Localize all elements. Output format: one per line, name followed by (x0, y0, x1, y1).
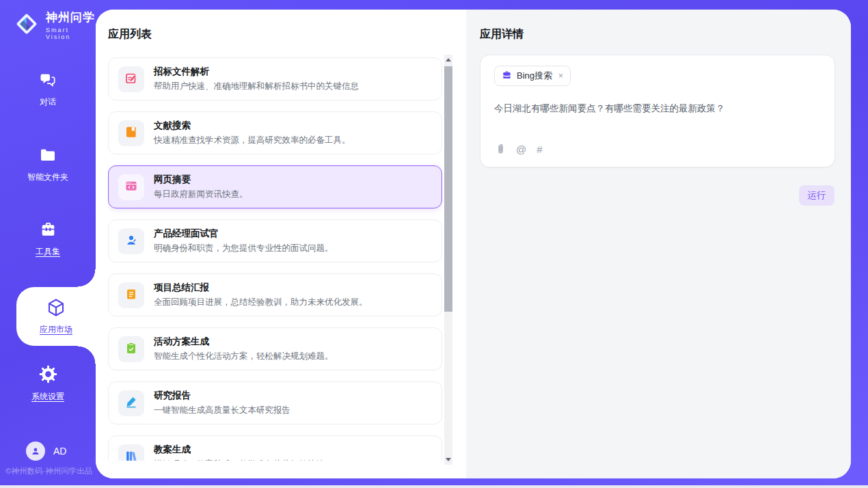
ink-pen-icon (124, 395, 138, 411)
app-card-description: 智能生成个性化活动方案，轻松解决规划难题。 (154, 351, 334, 362)
copyright-footer: ©神州数码·神州问学出品 (5, 466, 92, 476)
attachment-toolbar: @# (494, 143, 543, 156)
diamond-logo-icon (14, 11, 40, 40)
browser-code-icon (124, 179, 138, 195)
chat-icon (39, 71, 57, 92)
run-button[interactable]: 运行 (799, 185, 835, 206)
user-initials: AD (53, 446, 66, 457)
app-card-title: 招标文件解析 (154, 66, 359, 78)
prompt-card: Bing搜索 × 今日湖北有哪些新闻要点？有哪些需要关注的最新政策？ @# (480, 55, 835, 167)
sidebar-item-smart-folder[interactable]: 智能文件夹 (0, 146, 96, 183)
app-card-research-report[interactable]: 研究报告 一键智能生成高质量长文本研究报告 (108, 381, 442, 424)
sidebar-item-label: 工具集 (36, 246, 60, 258)
hash-icon[interactable]: # (537, 144, 542, 154)
scroll-down-button[interactable] (444, 455, 452, 465)
logo-title: 神州问学 (46, 10, 96, 25)
app-card-description: 模板驱动，教案秒成，教学准备从此轻松快捷 (154, 459, 325, 461)
app-list-pane: 应用列表 招标文件解析 帮助用户快速、准确地理解和解析招标书中的关键信息 文献搜… (96, 10, 466, 478)
app-card-description: 一键智能生成高质量长文本研究报告 (154, 405, 290, 416)
user-account[interactable]: AD (26, 442, 66, 461)
app-detail-pane: 应用详情 Bing搜索 × 今日湖北有哪些新闻要点？有哪些需要关注的最新政策？ … (466, 10, 851, 478)
app-card-title: 产品经理面试官 (154, 228, 334, 240)
logo-subtitle: Smart Vision (46, 27, 96, 40)
main-panel: 应用列表 招标文件解析 帮助用户快速、准确地理解和解析招标书中的关键信息 文献搜… (96, 10, 851, 478)
at-icon[interactable]: @ (516, 144, 526, 154)
arrow-down-icon (446, 458, 451, 461)
edit-document-icon (124, 71, 138, 87)
cube-icon (46, 297, 66, 321)
book-icon (124, 125, 138, 141)
app-card-pm-interviewer[interactable]: 产品经理面试官 明确身份和职责，为您提供专业性的面试问题。 (108, 219, 442, 262)
close-tag-button[interactable]: × (558, 71, 563, 81)
briefcase-icon (502, 70, 512, 83)
tool-tag-label: Bing搜索 (517, 70, 552, 82)
app-card-description: 快速精准查找学术资源，提高研究效率的必备工具。 (154, 135, 351, 146)
app-card-description: 全面回顾项目进展，总结经验教训，助力未来优化发展。 (154, 297, 368, 308)
app-card-title: 活动方案生成 (154, 336, 334, 348)
sidebar-item-app-market[interactable]: 应用市场 (16, 287, 96, 346)
app-list: 招标文件解析 帮助用户快速、准确地理解和解析招标书中的关键信息 文献搜索 快速精… (108, 57, 442, 461)
app-card-title: 网页摘要 (154, 174, 248, 186)
sidebar-item-label: 智能文件夹 (27, 172, 68, 183)
notepad-icon (124, 287, 138, 303)
scrollbar-thumb[interactable] (444, 66, 452, 312)
app-card-web-summary[interactable]: 网页摘要 每日政府新闻资讯快查。 (108, 165, 442, 208)
sidebar: 神州问学 Smart Vision 对话 智能文件夹 工具集 应用市场 (0, 0, 96, 485)
app-card-title: 教案生成 (154, 444, 325, 456)
clipboard-check-icon (124, 341, 138, 357)
app-card-bid-document-analysis[interactable]: 招标文件解析 帮助用户快速、准确地理解和解析招标书中的关键信息 (108, 57, 442, 100)
books-icon (124, 449, 138, 461)
sidebar-item-label: 应用市场 (40, 324, 72, 336)
sidebar-item-label: 系统设置 (31, 391, 64, 403)
app-card-literature-search[interactable]: 文献搜索 快速精准查找学术资源，提高研究效率的必备工具。 (108, 111, 442, 154)
sidebar-item-chat[interactable]: 对话 (0, 71, 96, 108)
paperclip-icon[interactable] (494, 143, 506, 156)
folder-icon (39, 146, 57, 167)
bottom-edge-strip (0, 485, 868, 488)
sidebar-item-system-settings[interactable]: 系统设置 (0, 365, 96, 403)
app-card-event-plan-generation[interactable]: 活动方案生成 智能生成个性化活动方案，轻松解决规划难题。 (108, 327, 442, 370)
toolbox-icon (39, 220, 57, 241)
app-card-description: 明确身份和职责，为您提供专业性的面试问题。 (154, 243, 334, 254)
user-avatar-icon (26, 442, 45, 461)
app-card-project-summary-report[interactable]: 项目总结汇报 全面回顾项目进展，总结经验教训，助力未来优化发展。 (108, 273, 442, 316)
app-card-description: 帮助用户快速、准确地理解和解析招标书中的关键信息 (154, 81, 359, 92)
app-window: 神州问学 Smart Vision 对话 智能文件夹 工具集 应用市场 (0, 0, 868, 488)
gear-icon (39, 365, 57, 386)
app-card-title: 文献搜索 (154, 120, 351, 132)
app-card-lesson-plan-generation[interactable]: 教案生成 模板驱动，教案秒成，教学准备从此轻松快捷 (108, 435, 442, 461)
app-list-title: 应用列表 (108, 27, 152, 42)
sidebar-item-label: 对话 (40, 96, 56, 108)
interviewer-icon (124, 233, 138, 249)
app-card-title: 项目总结汇报 (154, 282, 368, 294)
app-logo: 神州问学 Smart Vision (14, 10, 96, 40)
prompt-input[interactable]: 今日湖北有哪些新闻要点？有哪些需要关注的最新政策？ (494, 102, 821, 116)
app-card-description: 每日政府新闻资讯快查。 (154, 189, 248, 200)
arrow-up-icon (446, 58, 451, 62)
tool-tag-bing-search[interactable]: Bing搜索 × (494, 66, 571, 86)
list-scrollbar[interactable] (444, 55, 452, 465)
scroll-up-button[interactable] (444, 55, 452, 65)
app-card-title: 研究报告 (154, 390, 290, 402)
app-detail-title: 应用详情 (480, 27, 524, 42)
sidebar-item-toolset[interactable]: 工具集 (0, 220, 96, 258)
